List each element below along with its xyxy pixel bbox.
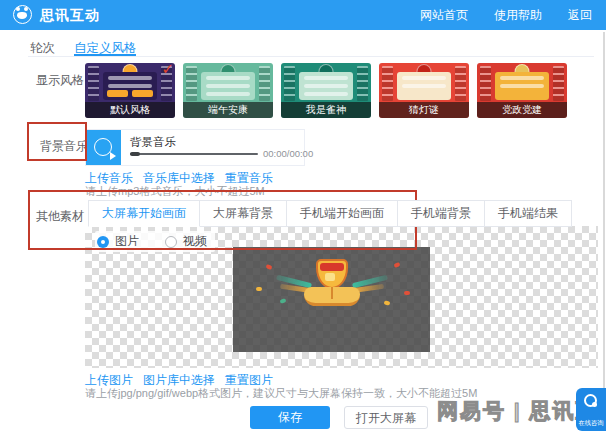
theme-thumb-3[interactable]: 猜灯谜 (379, 63, 469, 118)
track-title: 背景音乐 (130, 135, 176, 150)
brand-name: 思讯互动 (40, 7, 100, 25)
other-material-label: 其他素材 (36, 208, 84, 225)
radio-selected-icon (97, 236, 109, 248)
shield-badge-icon (316, 259, 348, 289)
theme-panel (397, 72, 451, 100)
seek-slider[interactable] (130, 153, 258, 155)
start-screen-preview-image (233, 247, 430, 352)
nav-home-link[interactable]: 网站首页 (420, 7, 468, 24)
radio-video[interactable]: 视频 (165, 233, 207, 250)
display-style-label: 显示风格 (36, 72, 84, 89)
tab-rounds[interactable]: 轮次 (30, 40, 55, 57)
bg-music-label: 背景音乐 (40, 138, 88, 155)
theme-thumb-1[interactable]: 端午安康 (183, 63, 273, 118)
radio-image[interactable]: 图片 (97, 233, 139, 250)
tab-screen-background[interactable]: 大屏幕背景 (200, 200, 287, 227)
game-logo (272, 257, 392, 309)
audio-player: 背景音乐 00:00/00:00 (85, 129, 305, 166)
material-tabs: 大屏幕开始画面 大屏幕背景 手机端开始画面 手机端背景 手机端结果 (88, 200, 572, 227)
tab-mobile-background[interactable]: 手机端背景 (398, 200, 485, 227)
theme-panel (495, 72, 549, 100)
play-button[interactable] (86, 130, 121, 165)
theme-panel (103, 72, 157, 100)
tabs-divider (28, 56, 594, 57)
open-big-screen-button[interactable]: 打开大屏幕 (344, 406, 428, 429)
theme-name: 猜灯谜 (379, 102, 469, 118)
theme-name: 我是雀神 (281, 102, 371, 118)
radio-image-label: 图片 (115, 233, 139, 250)
image-hint: 请上传jpg/png/gif/webp格式图片，建议尺寸与大屏幕保持一致，大小不… (85, 386, 477, 401)
save-button[interactable]: 保存 (250, 406, 330, 429)
tab-mobile-start[interactable]: 手机端开始画面 (287, 200, 398, 227)
theme-thumb-4[interactable]: 党政党建 (477, 63, 567, 118)
theme-thumb-2[interactable]: 我是雀神 (281, 63, 371, 118)
theme-name: 端午安康 (183, 102, 273, 118)
theme-name: 默认风格 (85, 102, 175, 118)
nav-back-link[interactable]: 返回 (568, 7, 592, 24)
selected-check-icon: ✓ (161, 63, 174, 78)
theme-panel (299, 72, 353, 100)
nav-help-link[interactable]: 使用帮助 (494, 7, 542, 24)
theme-panel (201, 72, 255, 100)
brand-logo-icon (13, 5, 32, 24)
chat-label: 在线咨询 (578, 419, 605, 428)
tab-screen-start[interactable]: 大屏幕开始画面 (88, 200, 200, 227)
radio-video-label: 视频 (183, 233, 207, 250)
theme-thumb-0[interactable]: 默认风格 ✓ (85, 63, 175, 118)
radio-unselected-icon (165, 236, 177, 248)
app-header: 思讯互动 网站首页 使用帮助 返回 (0, 0, 606, 30)
track-time: 00:00/00:00 (263, 148, 313, 159)
header-nav: 网站首页 使用帮助 返回 (420, 0, 592, 30)
theme-name: 党政党建 (477, 102, 567, 118)
scrollbar[interactable] (603, 32, 605, 431)
headset-icon (584, 394, 597, 407)
media-type-radios: 图片 视频 (95, 231, 215, 252)
tab-mobile-result[interactable]: 手机端结果 (485, 200, 572, 227)
online-chat-button[interactable]: 在线咨询 (576, 388, 606, 431)
music-hint: 请上传mp3格式音乐，大小不超过5M (85, 184, 265, 199)
play-icon (94, 138, 112, 156)
open-book-icon (304, 287, 360, 306)
theme-decoration (88, 66, 99, 101)
